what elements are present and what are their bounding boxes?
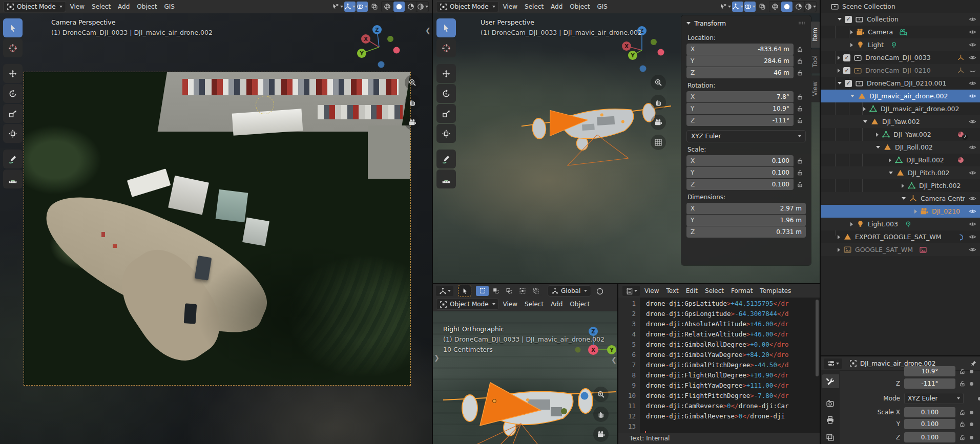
code-line-8[interactable]: 8drone-dji:FlightRollDegree>+10.90</dr (618, 370, 820, 380)
animate-dot[interactable] (970, 370, 973, 373)
expand-icon[interactable] (889, 158, 891, 162)
collection-checkbox[interactable]: ✓ (845, 80, 852, 87)
tool-cursor[interactable] (436, 38, 456, 57)
properties-tool-tab[interactable] (822, 374, 839, 388)
rotation-y-field[interactable]: Y10.9° (686, 103, 794, 114)
code-line-4[interactable]: 4drone-dji:RelativeAltitude>+46.00</dr (618, 329, 820, 340)
grid-button[interactable] (651, 135, 666, 150)
menu-select[interactable]: Select (701, 286, 727, 295)
navigation-gizmo[interactable]: Z X Y (355, 19, 402, 71)
outliner-row-camera[interactable]: Camera (821, 26, 980, 38)
lock-icon[interactable] (794, 46, 806, 53)
lock-icon[interactable] (958, 434, 966, 441)
menu-object[interactable]: Object (133, 2, 160, 11)
expand-icon[interactable] (876, 133, 879, 137)
sidebar-tab-view[interactable]: View (811, 75, 820, 102)
camera-nav-button[interactable] (405, 115, 420, 130)
menu-select[interactable]: Select (88, 2, 114, 11)
select-mode-subtract[interactable] (503, 286, 515, 296)
collection-checkbox[interactable]: ✓ (843, 67, 850, 74)
scale-x-field[interactable]: X0.100 (686, 155, 794, 166)
tool-annotate[interactable] (3, 150, 23, 168)
eye-hidden-icon[interactable] (969, 67, 976, 74)
properties-view-layer-tab[interactable] (822, 430, 839, 444)
menu-view[interactable]: View (67, 2, 88, 11)
menu-select[interactable]: Select (521, 2, 547, 11)
gizmos-button[interactable] (732, 2, 743, 12)
transform-orientation-dropdown[interactable]: Global (548, 285, 591, 297)
mode-dropdown[interactable]: Object Mode (436, 299, 499, 310)
menu-view[interactable]: View (499, 300, 521, 309)
drag-grip-icon[interactable] (798, 19, 806, 27)
hand-button[interactable] (593, 407, 609, 422)
animate-dot[interactable] (970, 436, 973, 439)
expand-icon[interactable] (850, 222, 853, 226)
select-mode-invert[interactable] (516, 286, 529, 296)
menu-edit[interactable]: Edit (682, 286, 701, 295)
rotation-y-field[interactable]: 10.9° (904, 366, 955, 376)
editor-type-dropdown[interactable] (436, 286, 453, 296)
code-area[interactable]: 1drone-dji:GpsLatitude>+44.5135795</dr2d… (618, 299, 820, 433)
code-line-5[interactable]: 5drone-dji:GimbalRollDegree>+0.00</dro (618, 340, 820, 350)
code-line-9[interactable]: 9drone-dji:FlightYawDegree>+111.00</dr (618, 380, 820, 391)
tool-measure[interactable] (436, 170, 456, 188)
eye-visible-icon[interactable] (969, 207, 976, 215)
eye-visible-icon[interactable] (969, 195, 976, 202)
outliner-row-scene-collection[interactable]: Scene Collection (821, 0, 980, 13)
expand-icon[interactable] (850, 95, 854, 97)
hand-button[interactable] (651, 95, 666, 110)
shading-solid-button[interactable] (781, 2, 793, 12)
outliner-row-dronecam-dji-0210[interactable]: ✓DroneCam_DJI_0210 (821, 64, 980, 77)
eye-visible-icon[interactable] (969, 92, 976, 100)
outliner-row-dji-roll-002[interactable]: DJI_Roll.002 (821, 141, 980, 154)
menu-text[interactable]: Text (662, 286, 682, 295)
expand-icon[interactable] (838, 56, 840, 60)
lock-icon[interactable] (958, 420, 966, 428)
camera-nav-button[interactable] (593, 427, 609, 442)
lock-icon[interactable] (794, 57, 806, 65)
magnifier-plus-button[interactable] (593, 387, 609, 402)
shading-wireframe-button[interactable] (382, 2, 393, 12)
outliner-row-dji-pitch-002[interactable]: DJI_Pitch.002 (821, 166, 980, 179)
shading-material-button[interactable] (793, 2, 804, 12)
location-y-field[interactable]: Y284.6 m (686, 55, 794, 67)
lock-icon[interactable] (958, 368, 966, 375)
lock-icon[interactable] (794, 117, 806, 124)
expand-icon[interactable] (838, 248, 840, 252)
editor-type-dropdown[interactable] (622, 286, 640, 296)
eye-visible-icon[interactable] (969, 41, 976, 49)
scale-y-field[interactable]: 0.100 (904, 419, 955, 429)
menu-gis[interactable]: GIS (593, 2, 611, 11)
shading-wireframe-button[interactable] (769, 2, 781, 12)
rotation-mode-dropdown[interactable]: XYZ Euler (904, 393, 964, 404)
outliner-row-dji-pitch-002[interactable]: DJI_Pitch.002 (821, 179, 980, 192)
tool-measure[interactable] (3, 170, 23, 188)
expand-icon[interactable] (863, 120, 867, 123)
rotation-z-field[interactable]: -111° (904, 378, 955, 389)
eye-visible-icon[interactable] (969, 233, 976, 241)
menu-object[interactable]: Object (566, 2, 593, 11)
properties-render-tab[interactable] (822, 396, 839, 410)
expand-icon[interactable] (902, 197, 906, 200)
outliner-row-camera-centr[interactable]: Camera Centr (821, 192, 980, 205)
lock-icon[interactable] (794, 69, 806, 76)
menu-templates[interactable]: Templates (756, 286, 795, 295)
shading-solid-button[interactable] (393, 2, 405, 12)
tool-move[interactable] (3, 64, 23, 83)
outliner-row-light-003[interactable]: Light.003 (821, 218, 980, 230)
animate-dot[interactable] (970, 422, 973, 426)
eye-visible-icon[interactable] (969, 169, 976, 177)
code-line-2[interactable]: 2drone-dji:GpsLongitude>-64.3007844</d (618, 309, 820, 319)
outliner-row-collection[interactable]: ✓Collection (821, 13, 980, 26)
expand-icon[interactable] (876, 146, 880, 149)
code-line-3[interactable]: 3drone-dji:AbsoluteAltitude>+46.00</dr (618, 319, 820, 329)
lock-icon[interactable] (794, 169, 806, 176)
mode-dropdown[interactable]: Object Mode (436, 1, 499, 12)
code-line-7[interactable]: 7drone-dji:GimbalPitchDegree>-44.50</d (618, 360, 820, 370)
code-line-13[interactable]: 13 (618, 421, 820, 432)
expand-icon[interactable] (902, 184, 904, 188)
expand-icon[interactable] (850, 30, 853, 34)
code-line-11[interactable]: 11drone-dji:CamReverse>0</drone-dji:Car (618, 401, 820, 411)
animate-dot[interactable] (970, 411, 973, 414)
tool-rotate[interactable] (436, 84, 456, 103)
